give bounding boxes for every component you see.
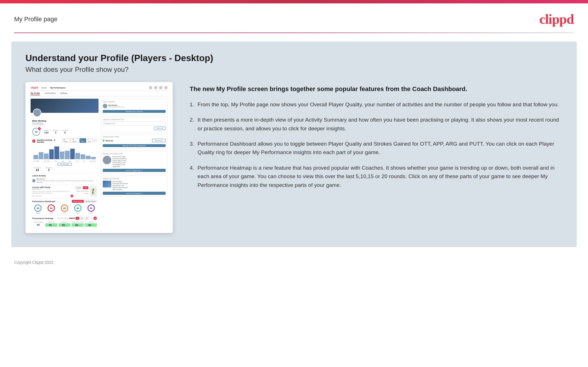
profile-location: United Kingdom [32, 124, 99, 126]
lesson-videos: Videos and Photos [76, 190, 88, 192]
manage-coaches-btn[interactable]: Manage Your Coaches [103, 110, 166, 113]
activity-section: 2 Monthly Activity - 6 Months On course … [31, 137, 99, 173]
clippd-logo: clippd [539, 11, 574, 27]
drill-avatar [103, 156, 111, 164]
performance-header: Performance Dashboard Player Quality Str… [32, 200, 97, 203]
profile-icon[interactable] [164, 86, 168, 89]
heatmap-putt-label: Putting [85, 221, 97, 223]
ring-ott[interactable]: 90 OTT [48, 204, 55, 214]
lesson-details: 01:1 - 30 mins 3 [32, 195, 73, 197]
heatmap-arg-label: Around the Green [72, 221, 84, 223]
overall-quality-circle[interactable]: 92 1 [32, 128, 40, 136]
feature-num-3: 3. [190, 140, 194, 157]
lesson-title: Lesson with Fondy [32, 186, 73, 188]
on-course-total: On Course 24 [34, 167, 41, 172]
lesson-right: Lesson Drill Videos and Photos 1 image [75, 186, 88, 194]
connect-card: Connect your data Arccos Disconnect Mana… [101, 134, 168, 149]
bar-7 [65, 151, 70, 159]
btn-1-year[interactable]: 1 year [87, 138, 93, 143]
feature-list: 1. From the top, My Profile page now sho… [190, 100, 563, 189]
feature-num-2: 2. [190, 116, 194, 133]
coach-info: Dan Davies Barnstaple Golf Club [108, 104, 124, 108]
trackman-add-btn[interactable]: Add Link [154, 127, 166, 130]
footer: Copyright Clippd 2022 [0, 256, 588, 269]
profile-left-panel: Blair McHarg Plus Handicap United Kingdo… [31, 99, 99, 228]
all-activities-btn[interactable]: All Activities [32, 163, 97, 165]
app-nav-home[interactable]: Home [42, 87, 47, 89]
section-subtitle: What does your Profile show you? [25, 66, 563, 74]
heatmap-trend-indicator [69, 218, 75, 219]
heatmap-overall[interactable]: Player Quality 92 [32, 221, 44, 227]
tab-settings[interactable]: Settings [60, 92, 67, 95]
bar-3 [44, 154, 49, 159]
drill-content: Be part of the ClippdCommunity and launc… [103, 156, 166, 168]
quality-rings: 92 Overall 90 OTT 85 APP [32, 204, 97, 214]
lesson-toggle: Lesson Drill [75, 186, 88, 189]
btn-on-course[interactable]: On course [62, 138, 70, 143]
heatmap-app-label: Approach [59, 221, 70, 223]
settings-icon[interactable] [159, 86, 162, 89]
ring-app[interactable]: 85 APP [61, 204, 68, 214]
heatmap-row: Player Quality 92 Off the Tee 90 ↑↑ Appr… [32, 221, 97, 227]
search-icon[interactable] [149, 86, 152, 89]
feature-item-4: 4. Performance Heatmap is a new feature … [190, 164, 563, 189]
activity-bar-chart [32, 145, 97, 159]
heatmap-ott[interactable]: Off the Tee 90 ↑↑ [45, 221, 57, 227]
ring-overall-circle: 92 [34, 204, 42, 212]
community-title: Clippd Community [103, 178, 166, 180]
heatmap-controls: 5 Round Change: 5 10 20 [58, 217, 89, 220]
tab-my-profile[interactable]: My Profile [31, 92, 40, 95]
following-value: 5 [62, 131, 68, 134]
trackman-input[interactable] [103, 122, 166, 126]
trackman-card: Upload a Trackman Test Add Link [101, 116, 168, 132]
app-nav-myperformance[interactable]: My Performance [50, 87, 65, 89]
feature-item-1: 1. From the top, My Profile page now sho… [190, 100, 563, 109]
feature-text-2: It then presents a more in-depth view of… [198, 116, 563, 133]
btn-lesson[interactable]: Lesson [75, 186, 82, 189]
following-stat: Following 5 [62, 129, 68, 134]
ring-arg[interactable]: 86 ARG [74, 204, 82, 214]
coach-avatar [103, 104, 107, 108]
btn-6-months[interactable]: 6 Mths [80, 138, 86, 143]
heatmap-arg[interactable]: Around the Green 96 ↑↑ [72, 221, 84, 227]
app-screenshot: clippd Home My Performance My Profile Co… [25, 82, 173, 233]
ring-putt[interactable]: 96 PUTT [87, 204, 95, 214]
heatmap-btn-20[interactable]: 20 [85, 217, 89, 220]
ring-overall-label: Overall [34, 212, 42, 214]
activity-item-1: Blair McHargNothing to feel like my targ… [32, 178, 97, 184]
community-image [103, 181, 111, 187]
ring-putt-circle: 96 [87, 204, 95, 212]
record-drill-card: Record a Practice Drill Be part of the C… [101, 151, 168, 174]
app-tabs: My Profile Connections Settings [28, 91, 170, 96]
arccos-disconnect-btn[interactable]: Disconnect [152, 139, 166, 142]
activity-controls: On course Off course 6 Mths 1 year 1 [62, 138, 97, 143]
quality-value: 92 [35, 131, 38, 133]
performance-section: Performance Dashboard Player Quality Str… [31, 198, 99, 215]
btn-strokes-gained[interactable]: Strokes Gained [84, 200, 97, 203]
ring-overall[interactable]: 92 Overall [34, 204, 42, 214]
heatmap-btn-10[interactable]: 10 [80, 217, 84, 220]
notifications-icon[interactable] [154, 86, 157, 89]
bar-12 [91, 157, 96, 159]
lesson-badge: 3 [70, 195, 73, 197]
right-panel: Your Coaches Dan Davies Barnstaple Golf … [101, 99, 168, 228]
heatmap-app[interactable]: Approach 85 ↑↑ [59, 221, 70, 227]
community-description: Visit the ClippdCommunity and discoverne… [112, 181, 128, 191]
feature-text-1: From the top, My Profile page now shows … [198, 100, 563, 109]
btn-off-course[interactable]: Off course [71, 138, 79, 143]
profile-info: Blair McHarg Plus Handicap United Kingdo… [31, 115, 99, 127]
heatmap-overall-value: 92 [32, 223, 44, 226]
app-nav-icons [149, 86, 168, 89]
btn-player-quality[interactable]: Player Quality [72, 200, 84, 203]
launch-capture-btn[interactable]: Launch Capture App ↗ [103, 169, 166, 172]
tab-connections[interactable]: Connections [44, 92, 55, 95]
btn-drill[interactable]: Drill [83, 186, 88, 189]
top-accent-bar [0, 0, 588, 3]
heatmap-putt[interactable]: Putting 96 ↑↑ [85, 221, 97, 227]
manage-integrations-btn[interactable]: Manage Your Data Integrations [103, 144, 166, 147]
btn-all[interactable]: 1 [93, 139, 97, 142]
heatmap-btn-5[interactable]: 5 [76, 217, 79, 220]
ring-putt-label: PUTT [87, 212, 95, 214]
launch-community-btn[interactable]: Launch Community ↗ [103, 192, 166, 195]
description-column: The new My Profile screen brings togethe… [190, 82, 563, 196]
